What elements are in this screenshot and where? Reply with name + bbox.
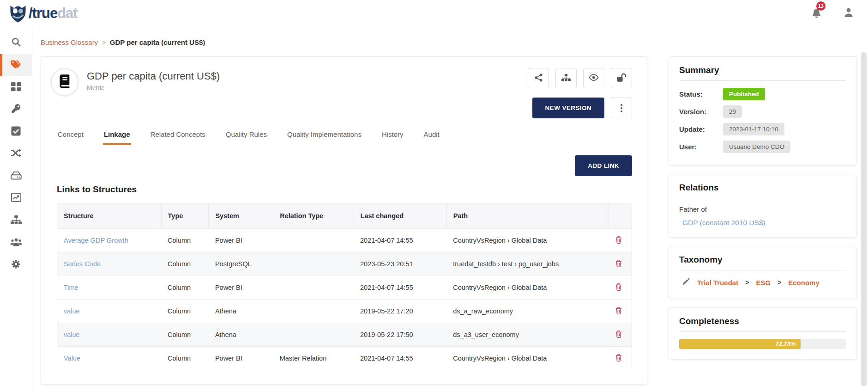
relation-group-label: Father of xyxy=(679,205,846,213)
version-label: Version: xyxy=(679,108,723,116)
chevron-right-icon: > xyxy=(778,279,781,286)
sidebar-item-analytics[interactable] xyxy=(0,187,32,209)
sidebar-item-users[interactable] xyxy=(0,232,32,254)
topbar: /truedat 13 xyxy=(0,0,868,26)
user-label: User: xyxy=(679,143,723,151)
cell-path: truedat_testdb › test › pg_user_jobs xyxy=(446,252,609,276)
side-navigation xyxy=(0,26,32,392)
structure-link[interactable]: Value xyxy=(64,355,80,362)
structure-link[interactable]: value xyxy=(64,331,80,338)
truedat-logo[interactable]: /truedat xyxy=(8,3,78,24)
structure-link[interactable]: value xyxy=(64,307,80,315)
sidebar-item-lineage[interactable] xyxy=(0,143,32,165)
cell-path: ds_a3_user_economy xyxy=(446,323,609,347)
grid-icon xyxy=(11,82,21,93)
cell-system: Power BI xyxy=(209,276,273,300)
breadcrumb-parent-link[interactable]: Business Glossary xyxy=(41,38,98,46)
tab-quality-rules[interactable]: Quality Rules xyxy=(225,130,268,145)
cell-system: Athena xyxy=(209,300,273,323)
tab-concept[interactable]: Concept xyxy=(57,130,84,145)
sidebar-item-structures[interactable] xyxy=(0,209,32,232)
tags-icon xyxy=(10,59,22,71)
cell-last-changed: 2021-04-07 14:55 xyxy=(354,276,446,300)
cell-system: Power BI xyxy=(209,347,273,370)
links-section-title: Links to Structures xyxy=(57,184,632,195)
user-profile-icon[interactable] xyxy=(843,7,854,20)
logo-text: /truedat xyxy=(29,6,78,20)
delete-link-button[interactable] xyxy=(615,306,622,316)
concept-card: GDP per capita (current US$) Metric xyxy=(41,56,647,385)
structure-link[interactable]: Series Code xyxy=(64,260,101,268)
add-link-button[interactable]: ADD LINK xyxy=(575,155,632,176)
summary-title: Summary xyxy=(679,65,846,81)
owl-logo-icon xyxy=(8,3,28,24)
tab-related-concepts[interactable]: Related Concepts xyxy=(150,130,206,145)
confidential-toggle-button[interactable] xyxy=(611,68,632,88)
right-panel-column: Summary Status: Published Version: 29 Up… xyxy=(669,56,856,360)
tab-audit[interactable]: Audit xyxy=(423,130,440,145)
edit-pencil-icon[interactable] xyxy=(682,277,690,288)
structure-link[interactable]: Time xyxy=(64,284,78,291)
shuffle-icon xyxy=(11,148,22,159)
sidebar-item-quality[interactable] xyxy=(0,121,32,143)
delete-link-button[interactable] xyxy=(615,259,622,269)
sidebar-item-settings[interactable] xyxy=(0,254,32,276)
cell-system: Power BI xyxy=(209,229,273,252)
delete-link-button[interactable] xyxy=(615,353,622,363)
sitemap-icon xyxy=(11,215,22,226)
col-header-system: System xyxy=(209,203,273,229)
delete-link-button[interactable] xyxy=(615,282,622,293)
cell-type: Column xyxy=(161,276,209,300)
cell-type: Column xyxy=(161,323,209,347)
notifications-bell-icon[interactable]: 13 xyxy=(811,7,822,20)
new-version-button[interactable]: NEW VERSION xyxy=(532,98,604,118)
completeness-progress-bar: 72.73% xyxy=(679,339,846,349)
cell-relation-type xyxy=(273,323,354,347)
taxonomy-panel: Taxonomy Trial Truedat > ESG > Economy xyxy=(669,246,856,299)
cell-type: Column xyxy=(161,252,209,276)
tab-linkage[interactable]: Linkage xyxy=(103,130,131,145)
sidebar-item-dashboards[interactable] xyxy=(0,76,32,98)
sidebar-item-search[interactable] xyxy=(0,32,32,54)
cell-last-changed: 2019-05-22 17:20 xyxy=(354,300,446,323)
share-icon xyxy=(534,73,543,84)
delete-link-button[interactable] xyxy=(615,330,622,340)
completeness-panel: Completeness 72.73% xyxy=(669,307,856,360)
sidebar-item-permissions[interactable] xyxy=(0,98,32,121)
lock-open-icon xyxy=(616,73,627,84)
table-row: Average GDP Growth Column Power BI 2021-… xyxy=(57,229,632,252)
cell-type: Column xyxy=(161,300,209,323)
chart-line-icon xyxy=(11,193,21,204)
cell-relation-type: Master Relation xyxy=(273,347,354,370)
watch-button[interactable] xyxy=(583,68,604,88)
sidebar-item-data-sources[interactable] xyxy=(0,165,32,187)
gear-icon xyxy=(11,259,21,271)
completeness-fill: 72.73% xyxy=(679,339,801,349)
table-row: value Column Athena 2019-05-22 17:20 ds_… xyxy=(57,300,632,323)
taxonomy-domain-link[interactable]: Economy xyxy=(788,279,820,287)
related-concept-link[interactable]: GDP (constant 2010 US$) xyxy=(682,219,766,227)
page-scrollbar[interactable] xyxy=(861,52,867,386)
cell-relation-type xyxy=(273,276,354,300)
structure-link[interactable]: Average GDP Growth xyxy=(64,237,128,244)
tab-quality-implementations[interactable]: Quality Implementations xyxy=(286,130,362,145)
cell-system: PostgreSQL xyxy=(209,252,273,276)
taxonomy-domain-link[interactable]: ESG xyxy=(756,279,771,287)
col-header-relation-type: Relation Type xyxy=(273,203,354,229)
delete-link-button[interactable] xyxy=(615,235,622,245)
kebab-icon xyxy=(621,104,622,112)
share-button[interactable] xyxy=(528,68,549,88)
eye-icon xyxy=(589,74,599,82)
trash-icon xyxy=(615,353,622,363)
sidebar-item-glossary[interactable] xyxy=(0,54,32,76)
cell-path: CountryVsRegion › Global Data xyxy=(446,276,609,300)
key-icon xyxy=(11,104,21,116)
notification-count-badge: 13 xyxy=(816,1,826,11)
completeness-title: Completeness xyxy=(679,316,846,332)
concept-title: GDP per capita (current US$) xyxy=(87,70,220,82)
tab-history[interactable]: History xyxy=(381,130,404,145)
structure-view-button[interactable] xyxy=(555,68,577,88)
more-actions-button[interactable] xyxy=(611,98,632,118)
col-header-structure: Structure xyxy=(57,203,161,229)
taxonomy-domain-link[interactable]: Trial Truedat xyxy=(697,279,738,287)
